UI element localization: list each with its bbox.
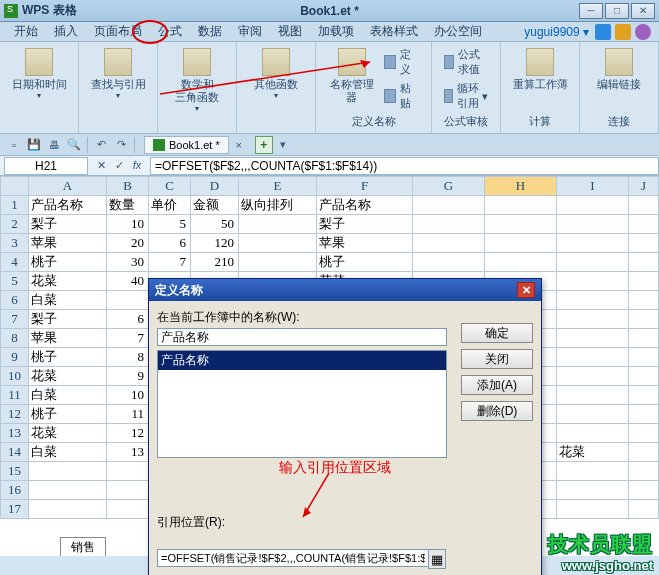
formula-input[interactable] bbox=[150, 157, 659, 175]
btn-datetime[interactable]: 日期和时间▾ bbox=[8, 46, 70, 102]
doc-icon bbox=[153, 139, 165, 151]
dialog-close-button[interactable]: ✕ bbox=[517, 282, 535, 298]
btn-name-manager[interactable]: 名称管理器 bbox=[324, 46, 380, 112]
group-label-conn: 连接 bbox=[608, 114, 630, 129]
doc-title: Book1.et * bbox=[300, 4, 359, 18]
colhdr-A[interactable]: A bbox=[29, 177, 107, 196]
menu-insert[interactable]: 插入 bbox=[46, 21, 86, 42]
cancel-formula[interactable]: ✕ bbox=[92, 159, 110, 172]
btn-circular-ref[interactable]: 循环引用 ▾ bbox=[440, 80, 492, 112]
tab-close[interactable]: × bbox=[230, 136, 248, 154]
name-box[interactable] bbox=[4, 157, 88, 175]
group-label-calc: 计算 bbox=[529, 114, 551, 129]
btn-define-name[interactable]: 定义 bbox=[380, 46, 423, 78]
group-label-audit: 公式审核 bbox=[444, 114, 488, 129]
colhdr-B[interactable]: B bbox=[107, 177, 149, 196]
menu-view[interactable]: 视图 bbox=[270, 21, 310, 42]
group-label-names: 定义名称 bbox=[352, 114, 396, 129]
paste-icon bbox=[384, 89, 396, 103]
close-button[interactable]: ✕ bbox=[631, 3, 655, 19]
add-button[interactable]: 添加(A) bbox=[461, 375, 533, 395]
delete-button[interactable]: 删除(D) bbox=[461, 401, 533, 421]
btn-recalc[interactable]: 重算工作薄 bbox=[509, 46, 571, 93]
ref-input[interactable] bbox=[157, 549, 429, 567]
cloud-icon[interactable] bbox=[595, 24, 611, 40]
colhdr-G[interactable]: G bbox=[413, 177, 485, 196]
define-name-dialog: 定义名称✕ 在当前工作簿中的名称(W): 产品名称 输入引用位置区域 引用位置(… bbox=[148, 278, 542, 575]
btn-math[interactable]: 数学和 三角函数▾ bbox=[166, 46, 228, 115]
menu-start[interactable]: 开始 bbox=[6, 21, 46, 42]
badge-icon[interactable] bbox=[615, 24, 631, 40]
minimize-button[interactable]: ─ bbox=[579, 3, 603, 19]
qat-new[interactable]: ▫ bbox=[5, 136, 23, 154]
list-item[interactable]: 产品名称 bbox=[158, 351, 446, 370]
tab-add-button[interactable]: + bbox=[255, 136, 273, 154]
eval-icon bbox=[444, 55, 454, 69]
ok-button[interactable]: 确定 bbox=[461, 323, 533, 343]
menu-office[interactable]: 办公空间 bbox=[426, 21, 490, 42]
app-icon bbox=[4, 4, 18, 18]
cycle-icon bbox=[444, 89, 453, 103]
colhdr-C[interactable]: C bbox=[149, 177, 191, 196]
annotation-text: 输入引用位置区域 bbox=[279, 459, 391, 477]
qat-redo[interactable]: ↷ bbox=[112, 136, 130, 154]
colhdr-J[interactable]: J bbox=[629, 177, 659, 196]
ref-label: 引用位置(R): bbox=[157, 514, 533, 531]
btn-lookup[interactable]: 查找与引用▾ bbox=[87, 46, 149, 102]
close-button-dlg[interactable]: 关闭 bbox=[461, 349, 533, 369]
menu-addins[interactable]: 加载项 bbox=[310, 21, 362, 42]
menu-tablestyle[interactable]: 表格样式 bbox=[362, 21, 426, 42]
tab-menu[interactable]: ▾ bbox=[274, 136, 292, 154]
btn-otherfn[interactable]: 其他函数▾ bbox=[245, 46, 307, 102]
table-row: 4桃子307210桃子 bbox=[1, 253, 659, 272]
colhdr-D[interactable]: D bbox=[191, 177, 239, 196]
fx-button[interactable]: fx bbox=[128, 159, 146, 172]
btn-editlinks[interactable]: 编辑链接 bbox=[588, 46, 650, 93]
colhdr-H[interactable]: H bbox=[485, 177, 557, 196]
menu-review[interactable]: 审阅 bbox=[230, 21, 270, 42]
qat-undo[interactable]: ↶ bbox=[92, 136, 110, 154]
user-link[interactable]: yugui9909 ▾ bbox=[520, 25, 593, 39]
help-icon[interactable] bbox=[635, 24, 651, 40]
watermark: 技术员联盟 www.jsgho.net bbox=[548, 531, 653, 573]
colhdr-E[interactable]: E bbox=[239, 177, 317, 196]
qat-preview[interactable]: 🔍 bbox=[65, 136, 83, 154]
menu-formulas[interactable]: 公式 bbox=[150, 21, 190, 42]
qat-print[interactable]: 🖶 bbox=[45, 136, 63, 154]
names-list[interactable]: 产品名称 bbox=[157, 350, 447, 458]
btn-paste-name[interactable]: 粘贴 bbox=[380, 80, 423, 112]
colhdr-I[interactable]: I bbox=[557, 177, 629, 196]
document-tab[interactable]: Book1.et * bbox=[144, 136, 229, 154]
table-row: 2梨子10550梨子 bbox=[1, 215, 659, 234]
app-title: WPS 表格 bbox=[22, 2, 77, 19]
sheet-tab[interactable]: 销售 bbox=[60, 537, 106, 556]
maximize-button[interactable]: □ bbox=[605, 3, 629, 19]
menu-data[interactable]: 数据 bbox=[190, 21, 230, 42]
ref-picker-button[interactable]: ▦ bbox=[428, 549, 446, 569]
accept-formula[interactable]: ✓ bbox=[110, 159, 128, 172]
svg-line-2 bbox=[303, 473, 329, 517]
table-row: 3苹果206120苹果 bbox=[1, 234, 659, 253]
menu-pagelayout[interactable]: 页面布局 bbox=[86, 21, 150, 42]
qat-save[interactable]: 💾 bbox=[25, 136, 43, 154]
btn-eval-formula[interactable]: 公式求值 bbox=[440, 46, 492, 78]
colhdr-F[interactable]: F bbox=[317, 177, 413, 196]
tag-icon bbox=[384, 55, 396, 69]
dialog-title: 定义名称 bbox=[155, 282, 203, 299]
table-row: 1产品名称数量单价金额纵向排列产品名称 bbox=[1, 196, 659, 215]
name-input[interactable] bbox=[157, 328, 447, 346]
